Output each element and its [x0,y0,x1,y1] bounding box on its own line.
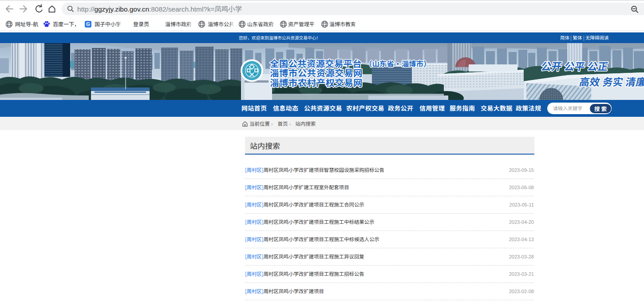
svg-text:淄博市农村产权交易网: 淄博市农村产权交易网 [270,76,363,89]
svg-text:公开 公平 公正: 公开 公平 公正 [540,58,609,73]
svg-text:（山东省·淄博市）: （山东省·淄博市） [365,58,431,69]
svg-text:高效 务实 清廉: 高效 务实 清廉 [578,74,644,89]
